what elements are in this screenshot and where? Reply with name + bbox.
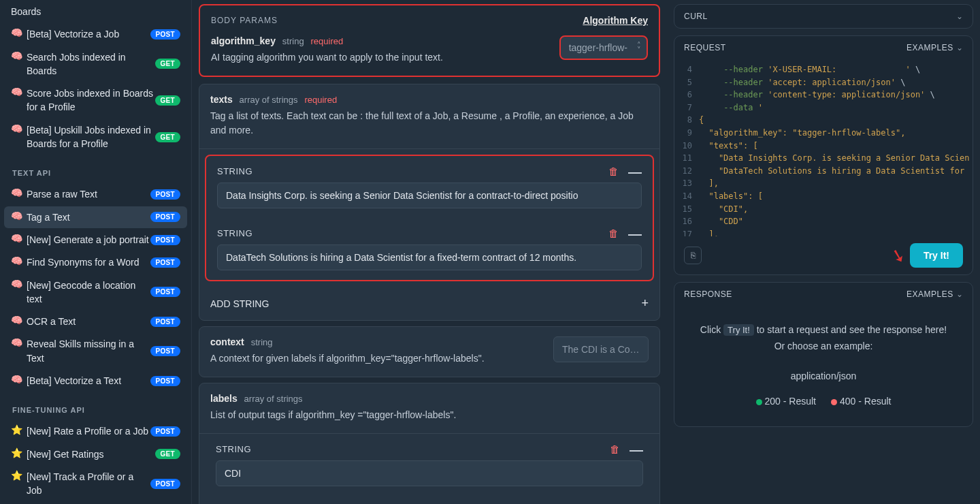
- method-badge: POST: [150, 257, 180, 268]
- param-context: context: [210, 336, 244, 347]
- string-label: STRING: [216, 444, 251, 454]
- sidebar-item[interactable]: 🧠[New] Geocode a location textPOST: [4, 274, 187, 311]
- sidebar-item[interactable]: 🧠[New] Generate a job portraitPOST: [4, 229, 187, 251]
- request-panel: REQUEST EXAMPLES ⌄ 4 --header 'X-USER-EM…: [674, 35, 973, 275]
- status-dot-red: [831, 399, 837, 405]
- add-string-button[interactable]: ADD STRING +: [199, 287, 659, 320]
- text-input-1[interactable]: DataTech Solutions is hiring a Data Scie…: [217, 245, 642, 270]
- section-text-api: TEXT API: [4, 155, 187, 183]
- method-badge: GET: [155, 449, 180, 459]
- curl-panel: CURL ⌄: [674, 4, 973, 29]
- texts-param-card: texts array of strings required Tag a li…: [199, 84, 660, 321]
- method-badge: POST: [150, 376, 180, 386]
- plus-icon: +: [641, 296, 649, 311]
- method-badge: POST: [150, 212, 180, 222]
- algorithm-key-link[interactable]: Algorithm Key: [583, 15, 648, 26]
- sidebar-item[interactable]: 🧠Search Jobs indexed in BoardsGET: [4, 46, 187, 82]
- response-panel: RESPONSE EXAMPLES ⌄ Click Try It! to sta…: [674, 282, 973, 427]
- section-fine-api: FINE-TUNING API: [4, 392, 187, 420]
- sidebar-item[interactable]: 🧠[Beta] Vectorize a TextPOST: [4, 370, 187, 392]
- examples-dropdown[interactable]: EXAMPLES ⌄: [906, 289, 963, 299]
- request-title: REQUEST: [684, 43, 726, 52]
- sidebar-item[interactable]: 🧠Score Jobs indexed in Boards for a Prof…: [4, 82, 187, 119]
- sidebar-item[interactable]: 🧠[Beta] Upskill Jobs indexed in Boards f…: [4, 119, 187, 155]
- sidebar-item[interactable]: ⭐[New] Rate a Profile or a JobPOST: [4, 420, 187, 442]
- collapse-icon[interactable]: —: [628, 168, 642, 175]
- curl-header[interactable]: CURL ⌄: [674, 5, 973, 28]
- method-badge: POST: [150, 29, 180, 40]
- algorithm-key-select[interactable]: tagger-hrflow- ˄˅: [559, 35, 648, 60]
- try-it-button[interactable]: Try It!: [910, 243, 963, 268]
- examples-dropdown[interactable]: EXAMPLES ⌄: [906, 43, 963, 52]
- sidebar-item-boards[interactable]: Boards: [4, 1, 187, 22]
- sidebar-item[interactable]: 🧠[Beta] Vectorize a JobPOST: [4, 23, 187, 45]
- request-code: 4 --header 'X-USER-EMAIL: ' \5 --header …: [674, 59, 973, 236]
- collapse-icon[interactable]: —: [628, 230, 642, 237]
- method-badge: POST: [150, 479, 180, 489]
- sidebar-item[interactable]: 🧠Find Synonyms for a WordPOST: [4, 251, 187, 273]
- sidebar-item[interactable]: ⭐[New] Get RatingsGET: [4, 443, 187, 465]
- method-badge: POST: [150, 346, 180, 356]
- trash-icon[interactable]: 🗑: [608, 166, 619, 177]
- content-type-label: application/json: [684, 368, 963, 385]
- method-badge: GET: [155, 95, 180, 106]
- main-content: BODY PARAMS Algorithm Key algorithm_key …: [192, 0, 667, 504]
- collapse-icon[interactable]: —: [630, 446, 643, 453]
- context-param-card: context string A context for given label…: [199, 326, 660, 377]
- method-badge: POST: [150, 235, 180, 245]
- method-badge: POST: [150, 189, 180, 200]
- param-texts: texts: [210, 94, 233, 105]
- response-title: RESPONSE: [684, 289, 732, 299]
- method-badge: POST: [150, 287, 180, 297]
- sidebar-item[interactable]: 🧠Parse a raw TextPOST: [4, 183, 187, 205]
- body-params-card: BODY PARAMS Algorithm Key algorithm_key …: [199, 4, 660, 77]
- sidebar: Boards 🧠[Beta] Vectorize a JobPOST🧠Searc…: [0, 0, 192, 504]
- right-panel: CURL ⌄ REQUEST EXAMPLES ⌄ 4 --header 'X-…: [667, 0, 980, 504]
- trash-icon[interactable]: 🗑: [608, 227, 619, 239]
- method-badge: POST: [150, 426, 180, 437]
- param-algorithm-key: algorithm_key: [211, 35, 276, 46]
- text-input-0[interactable]: Data Insights Corp. is seeking a Senior …: [217, 183, 642, 208]
- sidebar-item[interactable]: 🧠OCR a TextPOST: [4, 311, 187, 332]
- chevron-down-icon: ⌄: [956, 289, 964, 299]
- chevron-down-icon: ⌄: [956, 43, 964, 52]
- string-label: STRING: [217, 166, 252, 176]
- sidebar-item[interactable]: 🧠Tag a TextPOST: [4, 206, 187, 228]
- status-dot-green: [756, 399, 762, 405]
- label-input-0[interactable]: CDI: [216, 460, 643, 486]
- string-label: STRING: [217, 228, 252, 238]
- body-params-title: BODY PARAMS: [211, 16, 278, 25]
- method-badge: GET: [155, 132, 180, 142]
- method-badge: POST: [150, 317, 180, 327]
- labels-param-card: labels array of strings List of output t…: [199, 383, 660, 504]
- arrow-icon: ➘: [888, 243, 908, 268]
- param-labels: labels: [210, 393, 238, 404]
- copy-icon[interactable]: ⎘: [684, 247, 702, 264]
- trash-icon[interactable]: 🗑: [610, 443, 620, 455]
- sidebar-item[interactable]: ⭐[New] Track a Profile or a JobPOST: [4, 466, 187, 502]
- response-400[interactable]: 400 - Result: [831, 394, 891, 410]
- method-badge: GET: [155, 59, 180, 69]
- sidebar-item[interactable]: 🧠Reveal Skills missing in a TextPOST: [4, 333, 187, 369]
- context-input[interactable]: The CDI is a Contr: [553, 336, 649, 362]
- chevron-down-icon: ⌄: [956, 12, 964, 21]
- chevron-updown-icon: ˄˅: [637, 43, 641, 52]
- response-200[interactable]: 200 - Result: [756, 394, 816, 410]
